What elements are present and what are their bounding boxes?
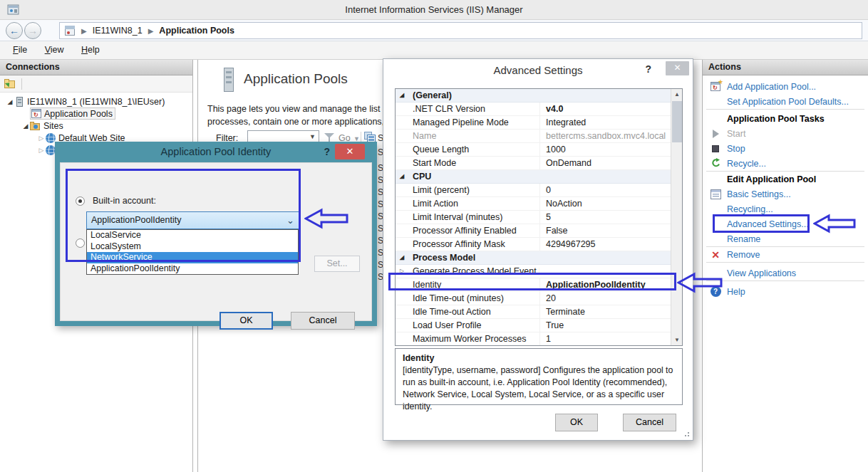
basic-settings-icon bbox=[710, 189, 721, 200]
grid-row[interactable]: Queue Length1000 bbox=[396, 143, 682, 157]
expanded-arrow-icon[interactable]: ◢ bbox=[400, 89, 404, 102]
tree-item-site[interactable]: ▷ bbox=[37, 144, 56, 156]
cancel-button[interactable]: Cancel bbox=[623, 414, 676, 431]
action-start: Start bbox=[703, 126, 868, 141]
breadcrumb-item-server[interactable]: IE11WIN8_1 bbox=[93, 26, 143, 36]
action-label[interactable]: Recycle... bbox=[727, 159, 766, 169]
breadcrumb[interactable]: ▶ IE11WIN8_1 ▶ Application Pools bbox=[59, 22, 862, 39]
tree-item-sites[interactable]: ◢ Sites bbox=[21, 120, 63, 132]
stop-icon bbox=[710, 143, 721, 154]
grid-row[interactable]: Load User ProfileTrue bbox=[396, 319, 682, 332]
breadcrumb-item-app-pools[interactable]: Application Pools bbox=[159, 26, 234, 36]
breadcrumb-bar: ← → ▶ IE11WIN8_1 ▶ Application Pools bbox=[0, 20, 868, 41]
dropdown-arrow-icon[interactable]: ▼ bbox=[309, 133, 316, 140]
menu-bar: File View Help bbox=[0, 41, 868, 60]
close-icon[interactable]: ✕ bbox=[335, 144, 365, 159]
action-view-applications[interactable]: View Applications bbox=[703, 266, 868, 280]
tree-item-label[interactable]: IE11WIN8_1 (IE11WIN8_1\IEUser) bbox=[27, 97, 165, 107]
cancel-button[interactable]: Cancel bbox=[291, 312, 355, 330]
action-label[interactable]: Rename bbox=[727, 234, 760, 244]
advanced-settings-dialog: Advanced Settings ? ✕ ◢(General) .NET CL… bbox=[383, 58, 693, 441]
grid-category-general[interactable]: ◢(General) bbox=[396, 89, 682, 103]
grid-row[interactable]: Idle Time-out (minutes)20 bbox=[396, 292, 682, 305]
grid-row[interactable]: Processor Affinity Mask4294967295 bbox=[396, 238, 682, 251]
action-label[interactable]: Stop bbox=[727, 144, 745, 154]
ok-button[interactable]: OK bbox=[219, 312, 273, 330]
scroll-down-icon[interactable]: ▼ bbox=[671, 335, 683, 345]
scroll-up-icon[interactable]: ▲ bbox=[671, 89, 683, 100]
grid-row[interactable]: Idle Time-out ActionTerminate bbox=[396, 305, 682, 319]
action-label[interactable]: View Applications bbox=[727, 268, 796, 278]
menu-view[interactable]: View bbox=[45, 41, 64, 59]
collapsed-arrow-icon[interactable]: ▷ bbox=[37, 135, 46, 142]
window-titlebar: Internet Information Services (IIS) Mana… bbox=[0, 0, 868, 20]
grid-row[interactable]: Start ModeOnDemand bbox=[396, 157, 682, 170]
server-icon bbox=[14, 97, 24, 107]
forward-button[interactable]: → bbox=[24, 22, 41, 39]
help-icon[interactable]: ? bbox=[324, 146, 330, 157]
grid-row[interactable]: Limit ActionNoAction bbox=[396, 197, 682, 211]
page-description-line2: processes, contain one or more applicati… bbox=[207, 115, 391, 128]
annotation-arrow-left-icon bbox=[304, 207, 348, 230]
grid-scrollbar[interactable]: ▲ ▼ bbox=[671, 89, 682, 345]
actions-group-label: Application Pool Tasks bbox=[727, 114, 825, 124]
close-icon[interactable]: ✕ bbox=[666, 61, 689, 75]
ok-button[interactable]: OK bbox=[555, 414, 598, 431]
menu-file[interactable]: File bbox=[13, 41, 27, 59]
connections-header: Connections bbox=[0, 60, 192, 75]
expanded-arrow-icon[interactable]: ◢ bbox=[6, 98, 14, 105]
save-connection-icon[interactable] bbox=[4, 79, 16, 88]
action-basic-settings[interactable]: Basic Settings... bbox=[703, 187, 868, 201]
grid-row[interactable]: Limit (percent)0 bbox=[396, 184, 682, 197]
action-remove[interactable]: ✕ Remove bbox=[703, 247, 868, 262]
actions-group-edit: Edit Application Pool bbox=[703, 172, 868, 187]
actions-separator bbox=[706, 280, 864, 281]
expanded-arrow-icon[interactable]: ◢ bbox=[400, 251, 404, 264]
remove-x-icon: ✕ bbox=[710, 249, 721, 261]
grid-category-cpu[interactable]: ◢CPU bbox=[396, 170, 682, 184]
action-label[interactable]: Basic Settings... bbox=[727, 189, 791, 199]
action-add-application-pool[interactable]: ↻★ Add Application Pool... bbox=[703, 79, 868, 94]
action-label[interactable]: Set Application Pool Defaults... bbox=[727, 97, 849, 107]
action-stop[interactable]: Stop bbox=[703, 141, 868, 156]
site-globe-icon bbox=[46, 133, 56, 143]
resize-grip[interactable] bbox=[683, 431, 689, 436]
add-application-pool-icon: ↻★ bbox=[710, 81, 721, 93]
grid-row[interactable]: Maximum Worker Processes1 bbox=[396, 332, 682, 346]
page-description: This page lets you view and manage the l… bbox=[207, 103, 391, 128]
action-help[interactable]: ? Help bbox=[703, 284, 868, 299]
menu-help[interactable]: Help bbox=[81, 41, 100, 59]
back-button[interactable]: ← bbox=[6, 22, 23, 39]
tree-item-label[interactable]: Sites bbox=[43, 121, 63, 131]
collapsed-arrow-icon[interactable]: ▷ bbox=[37, 147, 46, 154]
expanded-arrow-icon[interactable]: ◢ bbox=[400, 170, 404, 183]
action-label[interactable]: Remove bbox=[727, 250, 760, 260]
actions-panel: Actions ↻★ Add Application Pool... Set A… bbox=[702, 60, 868, 472]
action-label[interactable]: Add Application Pool... bbox=[727, 82, 816, 92]
tree-item-label[interactable]: Application Pools bbox=[44, 109, 113, 119]
tree-item-application-pools[interactable]: ↻ Application Pools bbox=[30, 107, 115, 120]
combo-option[interactable]: ApplicationPoolIdentity bbox=[87, 263, 298, 275]
application-pools-icon: ↻ bbox=[31, 109, 41, 118]
action-label[interactable]: Recycling... bbox=[727, 204, 773, 214]
action-label[interactable]: Help bbox=[727, 287, 745, 297]
expanded-arrow-icon[interactable]: ◢ bbox=[21, 122, 30, 130]
grid-row[interactable]: Processor Affinity EnabledFalse bbox=[396, 224, 682, 238]
property-description-title: Identity bbox=[403, 353, 675, 363]
scroll-thumb[interactable] bbox=[672, 101, 682, 142]
grid-row[interactable]: .NET CLR Versionv4.0 bbox=[396, 103, 682, 116]
action-set-application-pool-defaults[interactable]: Set Application Pool Defaults... bbox=[703, 94, 868, 109]
action-rename[interactable]: Rename bbox=[703, 231, 868, 246]
actions-header: Actions bbox=[703, 60, 868, 75]
tree-item-server[interactable]: ◢ IE11WIN8_1 (IE11WIN8_1\IEUser) bbox=[6, 95, 165, 107]
annotation-box-advanced-settings bbox=[713, 214, 810, 233]
grid-row[interactable]: Managed Pipeline ModeIntegrated bbox=[396, 116, 682, 130]
help-icon[interactable]: ? bbox=[645, 63, 651, 75]
grid-row[interactable]: Limit Interval (minutes)5 bbox=[396, 211, 682, 224]
grid-category-process-model[interactable]: ◢Process Model bbox=[396, 251, 682, 265]
property-description-text: [identityType, username, password] Confi… bbox=[403, 365, 675, 413]
set-button: Set... bbox=[314, 256, 360, 272]
sites-folder-icon bbox=[30, 122, 41, 130]
iis-app-icon bbox=[7, 4, 19, 16]
action-recycle[interactable]: Recycle... bbox=[703, 156, 868, 171]
